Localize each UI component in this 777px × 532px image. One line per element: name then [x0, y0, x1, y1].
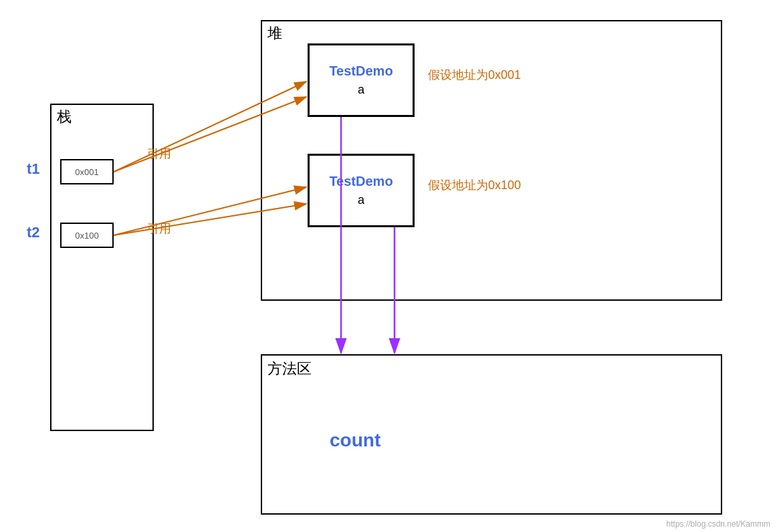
- t1-label: t1: [27, 160, 40, 178]
- t2-value: 0x100: [75, 231, 98, 241]
- addr1-label: 假设地址为0x001: [428, 67, 521, 83]
- testdemo1-box: TestDemo a: [308, 43, 415, 117]
- t1-cell: 0x001: [60, 159, 114, 184]
- t2-label: t2: [27, 224, 40, 241]
- t1-value: 0x001: [75, 167, 98, 177]
- t2-cell: 0x100: [60, 223, 114, 248]
- testdemo2-field: a: [358, 193, 364, 207]
- diagram-container: 栈 t1 0x001 t2 0x100 堆 TestDemo a TestDem…: [0, 0, 777, 532]
- testdemo2-classname: TestDemo: [329, 174, 393, 189]
- testdemo1-classname: TestDemo: [329, 63, 393, 79]
- stack-label: 栈: [57, 107, 72, 127]
- stack-box: [50, 104, 154, 431]
- ref1-label: 引用: [147, 146, 171, 162]
- watermark: https://blog.csdn.net/Kammm: [667, 519, 770, 529]
- heap-label: 堆: [267, 23, 282, 43]
- ref2-label: 引用: [147, 221, 171, 237]
- testdemo1-field: a: [358, 83, 364, 97]
- method-label: 方法区: [267, 359, 312, 379]
- count-label: count: [330, 430, 380, 451]
- testdemo2-box: TestDemo a: [308, 154, 415, 227]
- addr2-label: 假设地址为0x100: [428, 177, 521, 193]
